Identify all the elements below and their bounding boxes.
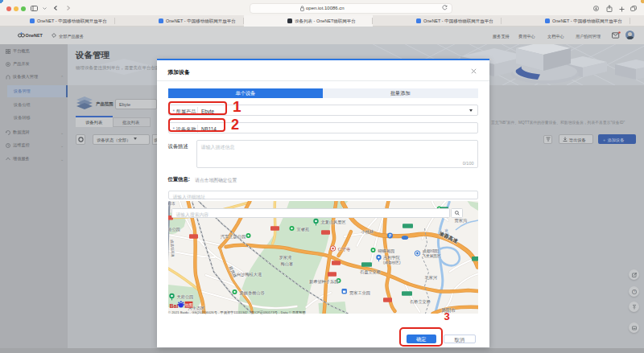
svg-text:宜馨苑: 宜馨苑 xyxy=(296,227,309,232)
svg-text:成温邛高速: 成温邛高速 xyxy=(170,240,175,257)
svg-text:蝴蝶莓园: 蝴蝶莓园 xyxy=(378,248,394,254)
svg-text:汽车主题公园: 汽车主题公园 xyxy=(221,234,246,240)
svg-text:梅山寨: 梅山寨 xyxy=(279,261,293,267)
svg-text:新希望种子乐园: 新希望种子乐园 xyxy=(309,279,338,284)
svg-text:仁守寺: 仁守寺 xyxy=(337,247,350,252)
svg-text:Bai: Bai xyxy=(169,303,178,309)
svg-text:飞发展园区: 飞发展园区 xyxy=(422,253,440,259)
svg-text:吉利学院: 吉利学院 xyxy=(382,255,401,261)
svg-text:罗家湾: 罗家湾 xyxy=(279,255,291,261)
svg-text:天府公园: 天府公园 xyxy=(176,294,193,299)
svg-text:石桥立交桥: 石桥立交桥 xyxy=(410,299,431,304)
svg-text:爱丽香榭山谷: 爱丽香榭山谷 xyxy=(239,290,264,296)
svg-text:?: ? xyxy=(633,290,634,293)
svg-text:贾家沟: 贾家沟 xyxy=(454,218,467,224)
svg-text:贾家工业园: 贾家工业园 xyxy=(349,290,370,295)
svg-text:空港公园: 空港公园 xyxy=(168,227,180,232)
svg-text:小桃林: 小桃林 xyxy=(361,229,374,235)
svg-text:(成都校区): (成都校区) xyxy=(383,261,401,265)
svg-text:成都绵阳: 成都绵阳 xyxy=(422,248,439,254)
svg-text:石盘立交桥: 石盘立交桥 xyxy=(360,269,381,274)
svg-text:郫市: 郫市 xyxy=(168,201,175,206)
svg-text:地图: 地图 xyxy=(184,302,192,308)
svg-text:北复山风景区: 北复山风景区 xyxy=(320,220,345,225)
svg-text:P: P xyxy=(388,234,390,238)
svg-text:毛家河: 毛家河 xyxy=(424,275,437,281)
svg-text:白沙梅桂大道: 白沙梅桂大道 xyxy=(237,272,262,277)
